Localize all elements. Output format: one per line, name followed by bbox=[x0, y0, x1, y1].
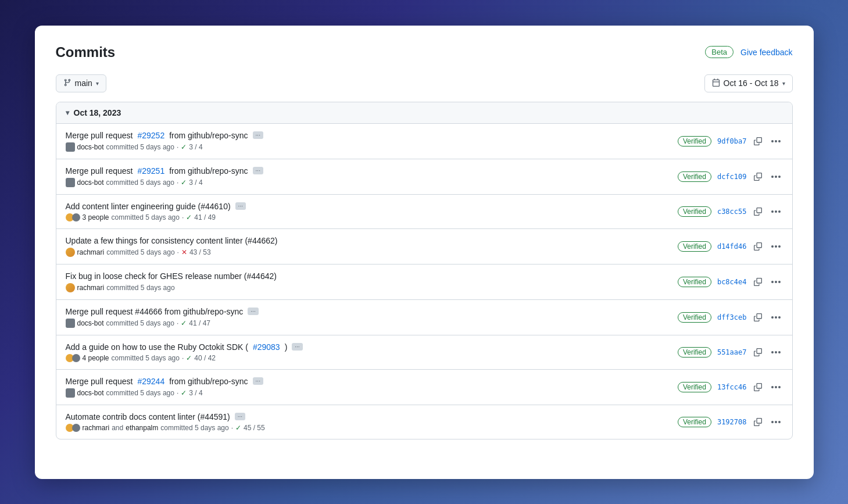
commit-left: Update a few things for consistency cont… bbox=[66, 236, 655, 257]
author-name: rachmari bbox=[83, 424, 110, 432]
commit-pr-link[interactable]: #29244 bbox=[137, 377, 164, 386]
commit-hash[interactable]: 551aae7 bbox=[717, 348, 747, 356]
commit-meta: 3 people committed 5 days ago · ✓ 41 / 4… bbox=[66, 213, 655, 221]
more-options-button[interactable] bbox=[769, 174, 783, 179]
more-options-button[interactable] bbox=[769, 244, 783, 249]
message-icon[interactable]: ··· bbox=[253, 167, 263, 174]
more-options-button[interactable] bbox=[769, 385, 783, 389]
commit-left: Automate contrib docs content linter (#4… bbox=[66, 412, 655, 432]
toolbar: main ▾ Oct 16 - Oct 18 ▾ bbox=[56, 74, 793, 92]
commit-right: Verified d14fd46 bbox=[655, 241, 783, 252]
commit-title-suffix: from github/repo-sync bbox=[169, 377, 248, 386]
date-range-selector[interactable]: Oct 16 - Oct 18 ▾ bbox=[704, 74, 793, 92]
avatar bbox=[66, 248, 75, 257]
commit-title: Merge pull request #29244 from github/re… bbox=[66, 377, 655, 386]
copy-hash-button[interactable] bbox=[753, 277, 763, 287]
checks-count: 3 / 4 bbox=[189, 143, 202, 151]
author-name: rachmari bbox=[77, 284, 105, 292]
copy-hash-button[interactable] bbox=[753, 136, 763, 146]
copy-hash-button[interactable] bbox=[753, 206, 763, 217]
check-pass-icon: ✓ bbox=[181, 389, 187, 397]
copy-hash-button[interactable] bbox=[753, 347, 763, 358]
message-icon[interactable]: ··· bbox=[248, 308, 258, 315]
avatar-multi bbox=[66, 354, 80, 362]
commit-meta: rachmari and ethanpalm committed 5 days … bbox=[66, 424, 655, 432]
commit-pr-link[interactable]: #29083 bbox=[253, 342, 280, 352]
message-icon[interactable]: ··· bbox=[253, 131, 263, 139]
more-options-button[interactable] bbox=[769, 139, 783, 144]
message-icon[interactable]: ··· bbox=[235, 202, 246, 210]
verified-badge: Verified bbox=[678, 417, 711, 427]
commit-pr-link[interactable]: #29251 bbox=[137, 166, 164, 176]
copy-hash-button[interactable] bbox=[753, 312, 763, 323]
copy-hash-button[interactable] bbox=[753, 417, 763, 427]
branch-selector[interactable]: main ▾ bbox=[56, 74, 106, 92]
commit-hash[interactable]: c38cc55 bbox=[717, 208, 747, 216]
commit-title-text: Merge pull request bbox=[66, 166, 133, 176]
message-icon[interactable]: ··· bbox=[235, 413, 245, 420]
more-options-button[interactable] bbox=[769, 280, 783, 284]
check-fail-icon: ✕ bbox=[181, 248, 187, 256]
commit-hash[interactable]: bc8c4e4 bbox=[717, 278, 747, 286]
avatar-bot bbox=[66, 178, 75, 187]
commit-title-text: Automate contrib docs content linter (#4… bbox=[66, 412, 230, 421]
commit-hash[interactable]: dff3ceb bbox=[717, 313, 747, 321]
more-options-button[interactable] bbox=[769, 420, 783, 424]
commits-card: Commits Beta Give feedback main ▾ Oct 16… bbox=[35, 26, 814, 479]
commit-title-suffix: ) bbox=[285, 342, 288, 352]
commit-left: Merge pull request #29251 from github/re… bbox=[66, 166, 655, 187]
commit-meta-text: committed 5 days ago bbox=[106, 178, 174, 187]
commit-title: Add a guide on how to use the Ruby Octok… bbox=[66, 342, 655, 352]
commit-left: Merge pull request #29244 from github/re… bbox=[66, 377, 655, 398]
page-header: Commits Beta Give feedback bbox=[56, 44, 793, 60]
avatar-bot bbox=[66, 319, 75, 328]
author-name: 3 people bbox=[83, 213, 109, 221]
checks-count: 45 / 55 bbox=[244, 424, 265, 432]
commit-hash[interactable]: dcfc109 bbox=[717, 173, 747, 181]
commit-hash[interactable]: 3192708 bbox=[717, 418, 747, 426]
check-pass-icon: ✓ bbox=[181, 319, 187, 327]
commit-hash[interactable]: d14fd46 bbox=[717, 242, 747, 251]
commit-meta-text: committed 5 days ago bbox=[106, 143, 174, 151]
commit-left: Add content linter engineering guide (#4… bbox=[66, 202, 655, 221]
verified-badge: Verified bbox=[678, 136, 711, 146]
author-name2: ethanpalm bbox=[126, 424, 158, 432]
commit-meta: rachmari committed 5 days ago · ✕ 43 / 5… bbox=[66, 248, 655, 257]
collapse-icon[interactable]: ▾ bbox=[66, 109, 69, 117]
message-icon[interactable]: ··· bbox=[253, 377, 263, 385]
copy-hash-button[interactable] bbox=[753, 382, 763, 392]
commit-title-suffix: from github/repo-sync bbox=[169, 131, 248, 140]
copy-hash-button[interactable] bbox=[753, 171, 763, 182]
commit-row: Add a guide on how to use the Ruby Octok… bbox=[56, 335, 792, 370]
author-name: rachmari bbox=[77, 248, 105, 256]
commit-title: Merge pull request #29252 from github/re… bbox=[66, 131, 655, 140]
commits-container: ▾ Oct 18, 2023 Merge pull request #29252… bbox=[56, 102, 793, 439]
more-options-button[interactable] bbox=[769, 350, 783, 355]
checks-count: 43 / 53 bbox=[189, 248, 211, 256]
commit-meta-text: committed 5 days ago bbox=[106, 284, 174, 292]
give-feedback-link[interactable]: Give feedback bbox=[740, 48, 793, 57]
more-options-button[interactable] bbox=[769, 209, 783, 214]
commit-title-text: Merge pull request bbox=[66, 377, 133, 386]
commit-title: Add content linter engineering guide (#4… bbox=[66, 202, 655, 211]
check-pass-icon: ✓ bbox=[181, 178, 187, 187]
verified-badge: Verified bbox=[678, 312, 711, 323]
avatar-bot bbox=[66, 388, 75, 398]
commit-hash[interactable]: 13fcc46 bbox=[717, 383, 747, 391]
commit-left: Merge pull request #29252 from github/re… bbox=[66, 131, 655, 152]
commit-row: Merge pull request #29252 from github/re… bbox=[56, 124, 792, 159]
message-icon[interactable]: ··· bbox=[292, 343, 302, 351]
verified-badge: Verified bbox=[678, 206, 711, 217]
branch-label: main bbox=[75, 78, 92, 88]
commit-title-text: Merge pull request #44666 from github/re… bbox=[66, 307, 244, 316]
commit-right: Verified 3192708 bbox=[655, 417, 783, 427]
copy-hash-button[interactable] bbox=[753, 241, 763, 252]
commit-right: Verified bc8c4e4 bbox=[655, 277, 783, 287]
commit-hash[interactable]: 9df0ba7 bbox=[717, 137, 747, 145]
checks-count: 41 / 49 bbox=[194, 213, 216, 221]
verified-badge: Verified bbox=[678, 171, 711, 182]
commit-meta-text: committed 5 days ago bbox=[160, 424, 228, 432]
more-options-button[interactable] bbox=[769, 315, 783, 320]
commit-pr-link[interactable]: #29252 bbox=[137, 131, 164, 140]
commit-meta-text: committed 5 days ago bbox=[106, 389, 174, 397]
